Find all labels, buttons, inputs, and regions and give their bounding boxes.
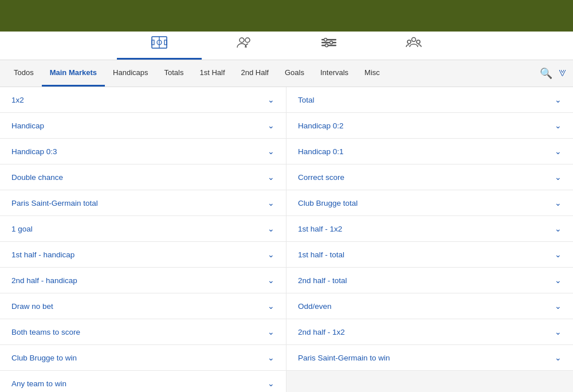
market-cell-right[interactable]: Handicap 0:2⌄: [286, 113, 573, 139]
tab-totals[interactable]: Totals: [156, 60, 192, 87]
nav-tabs: Todos Main Markets Handicaps Totals 1st …: [0, 60, 573, 87]
chevron-down-icon: ⌄: [555, 224, 562, 233]
market-cell-left[interactable]: Double chance⌄: [0, 164, 286, 190]
chevron-down-icon: ⌄: [268, 198, 274, 207]
svg-point-5: [240, 38, 244, 42]
chevron-down-icon: ⌄: [268, 121, 274, 130]
tab-misc[interactable]: Misc: [356, 60, 388, 87]
tab-icons-row: [0, 32, 573, 60]
market-cell-left[interactable]: 1st half - handicap⌄: [0, 242, 286, 268]
chevron-down-icon: ⌄: [555, 276, 562, 285]
market-cell-left[interactable]: 2nd half - handicap⌄: [0, 268, 286, 293]
market-cell-left[interactable]: Both teams to score⌄: [0, 319, 286, 345]
market-cell-right[interactable]: 2nd half - total⌄: [286, 268, 573, 293]
tab-icon-groups[interactable]: [371, 32, 456, 60]
market-cell-left[interactable]: Club Brugge to win⌄: [0, 345, 286, 371]
tab-2nd-half[interactable]: 2nd Half: [233, 60, 277, 87]
filter-icon[interactable]: ⩔: [558, 68, 567, 79]
market-name: Paris Saint-Germain total: [11, 199, 98, 207]
market-name: 1st half - handicap: [11, 250, 74, 259]
market-name: Handicap 0:2: [298, 121, 344, 130]
svg-point-11: [330, 41, 333, 44]
svg-point-14: [407, 40, 411, 44]
chevron-down-icon: ⌄: [268, 353, 274, 362]
market-name: Any team to win: [11, 379, 66, 388]
chevron-down-icon: ⌄: [268, 173, 274, 182]
market-name: Club Brugge to win: [11, 354, 77, 362]
chevron-down-icon: ⌄: [555, 95, 562, 104]
market-name: Both teams to score: [11, 328, 80, 336]
market-cell-right[interactable]: 2nd half - 1x2⌄: [286, 319, 573, 345]
chevron-down-icon: ⌄: [268, 276, 274, 285]
market-cell-right[interactable]: Paris Saint-Germain to win⌄: [286, 345, 573, 371]
market-name: 1st half - 1x2: [298, 225, 342, 233]
tab-icon-field[interactable]: [117, 32, 202, 60]
market-cell-left[interactable]: Paris Saint-Germain total⌄: [0, 190, 286, 216]
svg-point-6: [245, 38, 250, 42]
chevron-down-icon: ⌄: [268, 147, 274, 156]
market-name: Total: [298, 96, 315, 104]
market-name: Handicap 0:1: [298, 147, 344, 156]
market-name: 1 goal: [11, 225, 33, 233]
market-name: Draw no bet: [11, 302, 53, 311]
market-cell-right[interactable]: Correct score⌄: [286, 164, 573, 190]
svg-rect-9: [321, 45, 336, 46]
chevron-down-icon: ⌄: [555, 147, 562, 156]
market-cell-right[interactable]: 1st half - 1x2⌄: [286, 216, 573, 242]
market-name: Odd/even: [298, 302, 332, 311]
market-name: Handicap 0:3: [11, 147, 57, 156]
chevron-down-icon: ⌄: [555, 250, 562, 259]
chevron-down-icon: ⌄: [555, 173, 562, 182]
market-cell-left[interactable]: Draw no bet⌄: [0, 293, 286, 319]
svg-rect-8: [321, 42, 336, 44]
market-cell-left[interactable]: 1 goal⌄: [0, 216, 286, 242]
svg-point-15: [417, 40, 420, 44]
market-name: Correct score: [298, 173, 344, 182]
chevron-down-icon: ⌄: [268, 95, 274, 104]
market-cell-left[interactable]: Handicap⌄: [0, 113, 286, 139]
svg-point-10: [324, 38, 327, 41]
tab-icon-settings[interactable]: [286, 32, 371, 60]
chevron-down-icon: ⌄: [268, 250, 274, 259]
market-cell-right[interactable]: Club Brugge total⌄: [286, 190, 573, 216]
tab-main-markets[interactable]: Main Markets: [42, 60, 105, 87]
chevron-down-icon: ⌄: [268, 301, 274, 311]
search-icon[interactable]: 🔍: [540, 67, 552, 80]
markets-grid: 1x2⌄Total⌄Handicap⌄Handicap 0:2⌄Handicap…: [0, 87, 573, 392]
svg-point-13: [412, 38, 416, 42]
chevron-down-icon: ⌄: [268, 224, 274, 233]
tab-goals[interactable]: Goals: [277, 60, 312, 87]
market-name: 2nd half - 1x2: [298, 328, 345, 336]
chevron-down-icon: ⌄: [555, 198, 562, 207]
market-name: 2nd half - total: [298, 276, 347, 285]
chevron-down-icon: ⌄: [555, 327, 562, 336]
nav-right-actions: 🔍 ⩔: [540, 67, 567, 80]
market-name: 1st half - total: [298, 250, 344, 259]
market-name: 1x2: [11, 96, 24, 104]
tab-intervals[interactable]: Intervals: [312, 60, 356, 87]
tab-1st-half[interactable]: 1st Half: [191, 60, 233, 87]
market-cell-right[interactable]: Odd/even⌄: [286, 293, 573, 319]
tab-icon-players[interactable]: [202, 32, 286, 60]
chevron-down-icon: ⌄: [555, 121, 562, 130]
svg-point-12: [325, 44, 328, 47]
chevron-down-icon: ⌄: [268, 379, 274, 388]
market-cell-right[interactable]: Total⌄: [286, 87, 573, 113]
market-cell-left[interactable]: Any team to win⌄: [0, 371, 286, 392]
market-name: Paris Saint-Germain to win: [298, 354, 390, 362]
market-cell-left[interactable]: Handicap 0:3⌄: [0, 139, 286, 164]
chevron-down-icon: ⌄: [555, 353, 562, 362]
market-name: Double chance: [11, 173, 63, 182]
market-cell-right[interactable]: 1st half - total⌄: [286, 242, 573, 268]
tab-todos[interactable]: Todos: [6, 60, 42, 87]
market-cell-right[interactable]: Handicap 0:1⌄: [286, 139, 573, 164]
market-cell-left[interactable]: 1x2⌄: [0, 87, 286, 113]
market-name: 2nd half - handicap: [11, 276, 77, 285]
chevron-down-icon: ⌄: [555, 301, 562, 311]
tab-handicaps[interactable]: Handicaps: [105, 60, 156, 87]
market-cell-right: [286, 371, 573, 392]
market-name: Club Brugge total: [298, 199, 358, 207]
market-name: Handicap: [11, 121, 44, 130]
chevron-down-icon: ⌄: [268, 327, 274, 336]
top-bar: [0, 0, 573, 32]
